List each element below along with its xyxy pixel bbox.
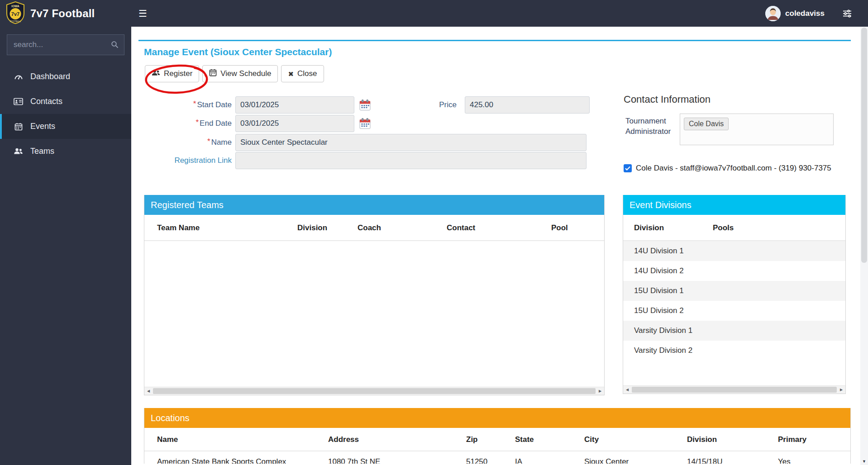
- end-date-row: *End Date: [138, 115, 371, 132]
- view-schedule-button[interactable]: View Schedule: [202, 65, 278, 82]
- scrollbar-thumb[interactable]: [861, 28, 867, 263]
- name-row: *Name: [138, 134, 587, 151]
- register-button-label: Register: [164, 69, 192, 78]
- cell-state: IA: [515, 457, 522, 464]
- main-area: Manage Event (Sioux Center Spectacular): [131, 27, 860, 465]
- sidebar-item-contacts[interactable]: Contacts: [0, 89, 131, 114]
- column-header-division: Division: [634, 215, 664, 241]
- cell-zip: 51250: [466, 457, 487, 464]
- cell-address: 1080 7th St NE: [328, 457, 380, 464]
- user-menu: coledaviss: [765, 6, 852, 21]
- sidebar-toggle-hamburger-icon[interactable]: ☰: [138, 9, 147, 18]
- top-navbar-right: ☰ coledaviss: [131, 0, 868, 27]
- sidebar-item-label: Contacts: [30, 97, 62, 106]
- manage-event-panel: Manage Event (Sioux Center Spectacular): [138, 40, 851, 464]
- username[interactable]: coledaviss: [785, 9, 825, 18]
- column-header-state: State: [515, 428, 534, 451]
- sidebar-item-dashboard[interactable]: Dashboard: [0, 64, 131, 89]
- start-date-input[interactable]: [235, 96, 354, 114]
- column-header-address: Address: [328, 428, 359, 451]
- required-marker: *: [193, 100, 196, 108]
- settings-sliders-icon[interactable]: [843, 9, 852, 18]
- scroll-right-arrow-icon[interactable]: ▶: [837, 386, 845, 394]
- column-header-coach: Coach: [358, 215, 381, 241]
- cell-primary: Yes: [778, 457, 791, 464]
- sidebar-menu: Dashboard Contacts: [0, 64, 131, 164]
- start-date-row: *Start Date: [138, 96, 371, 114]
- end-date-input[interactable]: [235, 115, 354, 132]
- start-date-calendar-picker-icon[interactable]: [359, 99, 371, 111]
- column-header-division: Division: [297, 215, 327, 241]
- start-date-label: *Start Date: [138, 100, 235, 109]
- division-row[interactable]: 15U Division 2: [623, 301, 845, 321]
- sidebar: Dashboard Contacts: [0, 27, 131, 465]
- cell-division: 14/15/18U: [687, 457, 722, 464]
- price-input[interactable]: [465, 96, 590, 114]
- column-header-zip: Zip: [466, 428, 478, 451]
- column-header-division: Division: [687, 428, 717, 451]
- registration-link-row: Registration Link: [138, 152, 587, 169]
- division-row[interactable]: Varsity Division 1: [623, 321, 845, 341]
- sidebar-search: [7, 34, 124, 55]
- cell-city: Sioux Center: [584, 457, 629, 464]
- event-divisions-column-headers: Division Pools: [623, 215, 845, 241]
- registration-link-label: Registration Link: [138, 156, 235, 165]
- end-date-calendar-picker-icon[interactable]: [359, 118, 371, 130]
- checkmark-icon: [625, 166, 630, 171]
- tournament-administrator-label: Tournament Administrator: [625, 116, 679, 137]
- contact-checkbox-row: Cole Davis - staff@iowa7v7football.com -…: [624, 164, 831, 173]
- column-header-contact: Contact: [447, 215, 475, 241]
- sidebar-item-label: Events: [30, 122, 55, 131]
- division-row[interactable]: 14U Division 2: [623, 261, 845, 281]
- search-icon[interactable]: [111, 41, 119, 50]
- division-row[interactable]: 14U Division 1: [623, 241, 845, 261]
- registered-teams-header: Registered Teams: [144, 195, 604, 215]
- event-divisions-list: 14U Division 1 14U Division 2 15U Divisi…: [623, 241, 845, 361]
- events-calendar-icon: [13, 123, 24, 131]
- column-header-city: City: [584, 428, 599, 451]
- scrollbar-thumb[interactable]: [632, 387, 837, 393]
- avatar[interactable]: [765, 6, 781, 21]
- view-schedule-button-label: View Schedule: [220, 69, 271, 78]
- scroll-right-arrow-icon[interactable]: ▶: [596, 387, 604, 395]
- event-action-buttons: Register: [145, 65, 324, 82]
- registered-teams-empty-body: [144, 241, 604, 387]
- administrator-chip[interactable]: Cole Davis: [684, 118, 729, 130]
- page-vertical-scrollbar[interactable]: ▼: [860, 27, 868, 465]
- close-button[interactable]: ✖ Close: [281, 65, 324, 82]
- scroll-left-arrow-icon[interactable]: ◀: [144, 387, 153, 395]
- calendar-icon: [209, 69, 217, 79]
- table-row[interactable]: American State Bank Sports Complex 1080 …: [144, 451, 850, 464]
- event-divisions-header: Event Divisions: [623, 195, 845, 215]
- registered-teams-panel: Registered Teams Team Name Division Coac…: [144, 195, 605, 395]
- registered-teams-horizontal-scrollbar[interactable]: ◀ ▶: [144, 387, 604, 395]
- svg-text:7v7: 7v7: [11, 11, 19, 17]
- tournament-administrator-box[interactable]: Cole Davis: [680, 114, 834, 145]
- column-header-pools: Pools: [713, 215, 734, 241]
- sidebar-item-teams[interactable]: Teams: [0, 139, 131, 164]
- division-row[interactable]: 15U Division 1: [623, 281, 845, 301]
- contact-checkbox[interactable]: [624, 164, 632, 172]
- event-divisions-horizontal-scrollbar[interactable]: ◀ ▶: [623, 385, 845, 394]
- sidebar-item-label: Teams: [30, 147, 54, 156]
- teams-users-icon: [13, 147, 24, 155]
- division-row[interactable]: Varsity Division 2: [623, 341, 845, 361]
- sidebar-item-events[interactable]: Events: [0, 114, 131, 139]
- scroll-down-arrow-icon[interactable]: ▼: [860, 457, 868, 465]
- close-icon: ✖: [288, 71, 294, 77]
- contact-checkbox-label: Cole Davis - staff@iowa7v7football.com -…: [636, 164, 831, 173]
- register-button[interactable]: Register: [145, 65, 199, 82]
- brand[interactable]: IOWA 7v7 FOOTBALL 7v7 Football: [0, 0, 131, 27]
- scroll-left-arrow-icon[interactable]: ◀: [623, 386, 631, 394]
- contact-information-title: Contact Information: [624, 94, 711, 105]
- name-label: *Name: [138, 138, 235, 147]
- locations-panel: Locations Name Address Zip State City Di…: [144, 408, 851, 464]
- event-name-input[interactable]: [235, 134, 587, 151]
- search-input[interactable]: [7, 34, 124, 55]
- registration-link-input[interactable]: [235, 152, 587, 169]
- locations-header: Locations: [144, 408, 850, 428]
- scrollbar-thumb[interactable]: [153, 388, 596, 394]
- users-icon: [152, 69, 160, 79]
- cell-name: American State Bank Sports Complex: [157, 457, 286, 464]
- event-divisions-empty-space: [623, 361, 845, 385]
